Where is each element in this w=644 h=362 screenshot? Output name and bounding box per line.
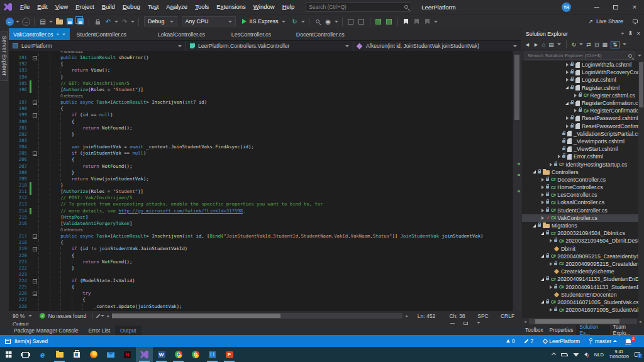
incoming-commits-button[interactable]: 0: [506, 338, 515, 344]
tree-item-dbinit[interactable]: DbInit: [522, 245, 644, 253]
panel-minimize-icon[interactable]: [450, 323, 455, 324]
fold-collapse-icon[interactable]: –: [33, 279, 37, 283]
taskbar-store-button[interactable]: [68, 347, 85, 362]
menu-build[interactable]: Build: [98, 0, 119, 14]
tree-item-20200409095215-createidentiyscheme-cs[interactable]: C#20200409095215_CreateIdentiyScheme.cs: [522, 253, 644, 260]
undo-dropdown-icon[interactable]: [114, 21, 118, 23]
scrollbar-thumb[interactable]: [639, 62, 643, 107]
collapsed-arrow-icon[interactable]: [556, 155, 562, 158]
collapsed-arrow-icon[interactable]: [540, 185, 545, 189]
code-editor[interactable]: 4 references191–public IActionResult sho…: [9, 51, 521, 311]
tab-studentcontroller-cs[interactable]: StudentController.cs: [72, 28, 131, 40]
breadcrumb-member[interactable]: Afkeuren(int id, JoinStudentVak joinStud…: [353, 41, 521, 51]
solution-platform-select[interactable]: Any CPU: [182, 16, 236, 26]
se-forward-icon[interactable]: ►: [533, 41, 539, 48]
fold-collapse-icon[interactable]: –: [33, 56, 37, 60]
expanded-arrow-icon[interactable]: [540, 278, 545, 281]
tree-item-homecontroller-cs[interactable]: C#HomeController.cs: [522, 184, 644, 191]
scroll-right-icon[interactable]: ►: [638, 320, 644, 324]
collapsed-arrow-icon[interactable]: [548, 239, 553, 243]
live-share-button[interactable]: ↗ Live Share: [588, 18, 638, 25]
collapsed-arrow-icon[interactable]: [540, 209, 545, 212]
battery-icon[interactable]: [561, 353, 567, 356]
restart-app-icon[interactable]: [386, 19, 392, 25]
editor-vertical-scrollbar[interactable]: [513, 51, 521, 311]
dock-tab-solution-ex-[interactable]: Solution Ex...: [576, 325, 609, 335]
fold-collapse-icon[interactable]: –: [33, 113, 37, 118]
minimize-button[interactable]: [587, 0, 606, 14]
pending-changes-button[interactable]: 7: [524, 338, 534, 344]
expanded-arrow-icon[interactable]: [540, 300, 545, 304]
navigate-back-dropdown-icon[interactable]: [16, 21, 19, 23]
taskbar-mail-button[interactable]: [102, 347, 119, 362]
breadcrumb-project[interactable]: LeerPlatform: [9, 41, 186, 51]
taskbar-brackets-button[interactable]: []: [204, 347, 221, 362]
expanded-arrow-icon[interactable]: [531, 170, 537, 173]
fold-collapse-icon[interactable]: –: [33, 247, 37, 251]
tree-item-loginwithrecoverycode-cshtml[interactable]: LoginWithRecoveryCode.cshtml: [522, 69, 644, 76]
branch-button[interactable]: master: [589, 338, 617, 344]
diff-icon[interactable]: [96, 314, 101, 318]
tree-item-resetpassword-cshtml[interactable]: ResetPassword.cshtml: [522, 114, 644, 122]
collapsed-arrow-icon[interactable]: [564, 63, 570, 67]
tree-item-docentcontroller-cs[interactable]: C#DocentController.cs: [522, 176, 644, 184]
menu-project[interactable]: Project: [72, 0, 98, 14]
zoom-select[interactable]: 90 %: [9, 311, 36, 321]
navigate-forward-icon[interactable]: →: [22, 18, 30, 26]
tree-item-logout-cshtml[interactable]: Logout.cshtml: [522, 76, 644, 84]
se-horizontal-scrollbar[interactable]: ◄ ►: [522, 318, 644, 325]
taskbar-visual-studio-button[interactable]: [136, 347, 153, 362]
menu-help[interactable]: Help: [279, 0, 299, 14]
collapse-all-icon[interactable]: ⊟: [594, 41, 599, 48]
tree-item--viewstart-cshtml[interactable]: _ViewStart.cshtml: [522, 145, 644, 153]
menu-tools[interactable]: Tools: [191, 0, 213, 14]
taskbar-powerpoint-button[interactable]: P: [221, 347, 238, 362]
tree-item-20200409141133-studentenendocenten-cs[interactable]: C#20200409141133_StudentenEnDocenten.cs: [522, 275, 644, 283]
tree-item-registerconfirmation-cshtml[interactable]: RegisterConfirmation.cshtml: [522, 99, 644, 107]
live-visual-tree-icon[interactable]: ◉: [324, 16, 333, 27]
tab-lokaalcontroller-cs[interactable]: LokaalController.cs: [153, 28, 209, 40]
home-icon[interactable]: ⌂: [542, 41, 545, 48]
filter-dropdown-icon[interactable]: [579, 43, 583, 45]
tree-item-migrations[interactable]: Migrations: [522, 222, 644, 229]
menu-analyze[interactable]: Analyze: [162, 0, 191, 14]
menu-view[interactable]: View: [52, 0, 72, 14]
switch-views-dropdown-icon[interactable]: [557, 43, 561, 45]
tree-item-registerconfirmation-cshtml-cs[interactable]: C#RegisterConfirmation.cshtml.cs: [522, 107, 644, 114]
taskbar-word-button[interactable]: W: [153, 347, 170, 362]
action-center-icon[interactable]: 7: [635, 352, 640, 357]
sync-with-active-document-icon[interactable]: ⇅: [611, 41, 619, 48]
fold-collapse-icon[interactable]: –: [33, 151, 37, 156]
search-icon[interactable]: [404, 5, 408, 9]
tree-item--viewimports-cshtml[interactable]: _ViewImports.cshtml: [522, 138, 644, 145]
expanded-arrow-icon[interactable]: [540, 232, 545, 235]
show-all-files-icon[interactable]: ▦: [602, 41, 608, 48]
tree-item-vakcontroller-cs[interactable]: ✓C#VakController.cs: [522, 214, 644, 222]
collapsed-arrow-icon[interactable]: [548, 163, 553, 167]
expanded-arrow-icon[interactable]: [531, 224, 537, 228]
save-all-icon[interactable]: [77, 18, 84, 25]
close-icon[interactable]: ×: [62, 31, 65, 37]
sync-icon[interactable]: ⇄: [586, 41, 591, 48]
fold-collapse-icon[interactable]: –: [33, 234, 37, 239]
tree-item-loginwith2fa-cshtml[interactable]: LoginWith2fa.cshtml: [522, 61, 644, 69]
menu-file[interactable]: File: [16, 0, 33, 14]
collapsed-arrow-icon[interactable]: [540, 178, 545, 182]
notifications-button[interactable]: 2: [626, 339, 638, 344]
clock[interactable]: 9:41 7/05/2020: [609, 349, 629, 359]
collapsed-arrow-icon[interactable]: [540, 193, 545, 197]
se-back-icon[interactable]: ◄: [525, 41, 530, 48]
tree-item-controllers[interactable]: Controllers: [522, 168, 644, 176]
user-avatar[interactable]: YR: [562, 3, 571, 12]
taskbar-edge-button[interactable]: e: [34, 347, 51, 362]
close-button[interactable]: ×: [625, 0, 644, 14]
panel-tab-output[interactable]: Output: [115, 326, 142, 335]
collapsed-arrow-icon[interactable]: [540, 216, 545, 220]
codelens-references[interactable]: 0 references: [60, 228, 83, 232]
tree-item-lokaalcontroller-cs[interactable]: C#LokaalController.cs: [522, 199, 644, 206]
collapsed-arrow-icon[interactable]: [548, 308, 553, 312]
tree-item--validationscriptspartial-cshtml[interactable]: _ValidationScriptsPartial.cshtml: [522, 130, 644, 138]
refresh-icon[interactable]: ↻: [291, 16, 299, 27]
pin-icon[interactable]: +: [56, 31, 59, 37]
se-toolbar-overflow-icon[interactable]: [623, 43, 626, 45]
